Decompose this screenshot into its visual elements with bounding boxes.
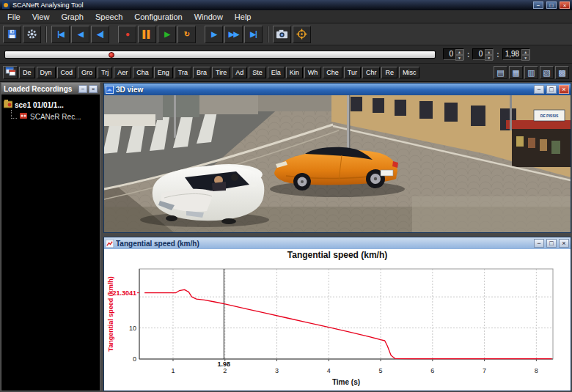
- menu-speech[interactable]: Speech: [89, 11, 128, 23]
- grid-view-button[interactable]: ▩: [555, 66, 569, 79]
- tab-aer[interactable]: Aer: [114, 67, 131, 78]
- 3d-view-window: 3D view − □ ×: [103, 83, 571, 233]
- menu-help[interactable]: Help: [229, 11, 257, 23]
- tile-view-button[interactable]: ▥: [524, 66, 538, 79]
- hours-field-up-button[interactable]: ▲: [455, 49, 463, 55]
- time-fields: 0▲▼:0▲▼:1,98▲▼: [443, 48, 530, 60]
- chart-window-title: Tangential speed (km/h): [116, 240, 532, 248]
- hours-field-value: 0: [444, 49, 455, 59]
- tab-eng[interactable]: Eng: [154, 67, 173, 78]
- cascade-view-button[interactable]: ▧: [540, 66, 554, 79]
- timeline-slider[interactable]: [4, 51, 436, 59]
- app-maximize-button[interactable]: □: [546, 1, 557, 9]
- tab-tur[interactable]: Tur: [344, 67, 361, 78]
- tab-kin[interactable]: Kin: [286, 67, 303, 78]
- 3d-view-body: DE PISSIS: [104, 95, 571, 232]
- tab-tra[interactable]: Tra: [175, 67, 191, 78]
- 3d-view-icon: [106, 86, 114, 94]
- tree-item[interactable]: sce1 01/01/1...: [4, 99, 98, 111]
- chart-window-titlebar[interactable]: Tangential speed (km/h) − □ ×: [104, 237, 571, 249]
- tab-de[interactable]: De: [19, 67, 35, 78]
- app-minimize-button[interactable]: −: [533, 1, 543, 9]
- license-plate: [381, 170, 393, 176]
- recordings-close-button[interactable]: ×: [89, 85, 98, 93]
- minutes-field[interactable]: 0▲▼: [472, 48, 494, 60]
- tab-bra[interactable]: Bra: [193, 67, 210, 78]
- tab-cod[interactable]: Cod: [57, 67, 77, 78]
- recordings-tree: sce1 01/01/1...SCANeR Rec...: [1, 95, 100, 127]
- tree-item-label: SCANeR Rec...: [30, 113, 81, 121]
- text-view-button[interactable]: ▤: [494, 66, 507, 79]
- minutes-field-spinner: ▲▼: [485, 49, 493, 59]
- chart-close-button[interactable]: ×: [559, 239, 569, 248]
- tab-gro[interactable]: Gro: [78, 67, 96, 78]
- camera-button[interactable]: [273, 26, 291, 43]
- tab-dyn[interactable]: Dyn: [37, 67, 56, 78]
- loop-button[interactable]: ↻: [177, 26, 196, 43]
- tab-cha[interactable]: Cha: [133, 67, 153, 78]
- hours-field-down-button[interactable]: ▼: [455, 55, 463, 61]
- window-panel-icon: [5, 67, 16, 78]
- menu-view[interactable]: View: [26, 11, 56, 23]
- chart-minimize-button[interactable]: −: [534, 239, 544, 248]
- goto-start-button[interactable]: |◀: [51, 26, 70, 43]
- 3d-view-maximize-button[interactable]: □: [546, 85, 557, 94]
- loaded-recordings-header: Loaded Recordings − ×: [1, 83, 100, 95]
- step-back-button[interactable]: ◀|: [91, 26, 109, 43]
- svg-text:0: 0: [133, 355, 136, 363]
- gear-icon: [26, 29, 38, 40]
- tree-item[interactable]: SCANeR Rec...: [11, 111, 98, 122]
- recording-file-icon: [19, 111, 28, 120]
- tab-chr[interactable]: Chr: [362, 67, 381, 78]
- seconds-field-down-button[interactable]: ▼: [521, 55, 529, 61]
- menu-configuration[interactable]: Configuration: [128, 11, 188, 23]
- hours-field[interactable]: 0▲▼: [443, 48, 464, 60]
- settings-button[interactable]: [23, 26, 41, 43]
- tab-misc[interactable]: Misc: [399, 67, 420, 78]
- play-button[interactable]: ▶: [158, 26, 176, 43]
- menu-graph[interactable]: Graph: [55, 11, 89, 23]
- tab-re[interactable]: Re: [381, 67, 397, 78]
- recording-file-icon: [19, 110, 28, 123]
- recordings-minimize-button[interactable]: −: [78, 85, 87, 93]
- seconds-field-up-button[interactable]: ▲: [521, 49, 529, 55]
- tab-ela[interactable]: Ela: [268, 67, 285, 78]
- tab-trj[interactable]: Trj: [98, 67, 112, 78]
- fast-forward-button[interactable]: ▶▶: [224, 26, 243, 43]
- window-title: SCANeR Analysing Tool: [12, 1, 530, 9]
- 3d-view-close-button[interactable]: ×: [559, 85, 569, 94]
- tab-ste[interactable]: Ste: [249, 67, 266, 78]
- tab-che[interactable]: Che: [323, 67, 342, 78]
- hours-field-spinner: ▲▼: [455, 49, 463, 59]
- 3d-view-minimize-button[interactable]: −: [534, 85, 544, 94]
- save-button[interactable]: [3, 26, 21, 43]
- tab-ad[interactable]: Ad: [232, 67, 247, 78]
- seconds-field-spinner: ▲▼: [521, 49, 529, 59]
- chart-title: Tangential speed (km/h): [104, 250, 571, 263]
- chart-plot: 1234567801021.30411.98Time (s)Tangential…: [104, 263, 571, 391]
- pause-button[interactable]: ▌▌: [138, 26, 156, 43]
- menu-window[interactable]: Window: [188, 11, 229, 23]
- timeline-thumb[interactable]: [109, 52, 114, 58]
- loaded-recordings-panel: Loaded Recordings − × sce1 01/01/1...SCA…: [1, 82, 100, 391]
- svg-text:5: 5: [379, 367, 383, 374]
- record-button[interactable]: ●: [118, 26, 136, 43]
- tab-tire[interactable]: Tire: [212, 67, 230, 78]
- minutes-field-down-button[interactable]: ▼: [485, 55, 493, 61]
- panel-toggle-button[interactable]: [3, 66, 18, 79]
- tab-wh[interactable]: Wh: [304, 67, 322, 78]
- menu-file[interactable]: File: [1, 11, 26, 23]
- street-sign-text: DE PISSIS: [540, 114, 559, 118]
- app-close-button[interactable]: ×: [560, 1, 570, 9]
- play-backward-button[interactable]: ◀: [71, 26, 89, 43]
- chart-window: Tangential speed (km/h) − □ × Tangential…: [103, 237, 571, 391]
- minutes-field-up-button[interactable]: ▲: [485, 49, 493, 55]
- goto-end-button[interactable]: ▶|: [244, 26, 263, 43]
- 3d-view-titlebar[interactable]: 3D view − □ ×: [104, 84, 571, 95]
- sheet-view-button[interactable]: ▦: [509, 66, 523, 79]
- svg-text:8: 8: [535, 367, 538, 374]
- seconds-field[interactable]: 1,98▲▼: [502, 48, 530, 60]
- target-button[interactable]: [293, 26, 311, 43]
- chart-maximize-button[interactable]: □: [546, 239, 557, 248]
- step-forward-button[interactable]: ▶: [205, 26, 223, 43]
